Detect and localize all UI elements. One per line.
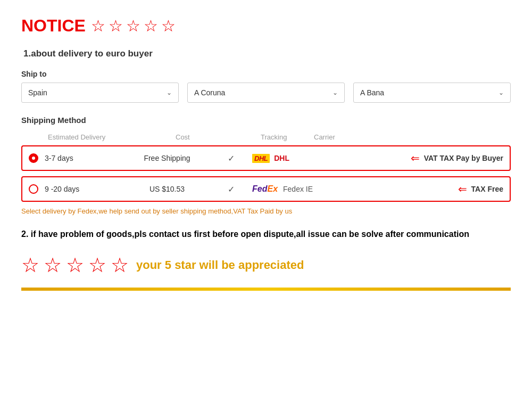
country-value: Spain — [28, 88, 47, 97]
fedex-logo: FedEx — [252, 184, 278, 194]
fedex-carrier-col: FedEx Fedex IE — [252, 184, 450, 194]
city-value: A Coruna — [194, 88, 225, 97]
dhl-vat-wrapper: ⇐ VAT TAX Pay by Buyer — [411, 152, 503, 165]
star-4-icon: ☆ — [144, 17, 158, 35]
country-chevron-icon: ⌄ — [167, 89, 172, 96]
footer-stars-row: ☆ ☆ ☆ ☆ ☆ your 5 star will be appreciate… — [21, 253, 511, 277]
footer-star-text: your 5 star will be appreciated — [136, 258, 304, 272]
footer-stars: ☆ ☆ ☆ ☆ ☆ — [21, 253, 129, 277]
radio-col-dhl — [29, 153, 45, 163]
problem-note: 2. if have problem of goods,pls contact … — [21, 228, 511, 241]
ship-to-label: Ship to — [21, 70, 511, 78]
fedex-vat-wrapper: ⇐ TAX Free — [458, 183, 503, 195]
dhl-checkmark-icon: ✓ — [228, 154, 235, 163]
footer-star-4-icon: ☆ — [88, 253, 106, 277]
col-cost: Cost — [176, 133, 261, 141]
star-5-icon: ☆ — [161, 17, 176, 35]
fedex-cost: US $10.53 — [124, 185, 210, 193]
fedex-note: Select delivery by Fedex,we help send ou… — [21, 207, 511, 215]
fedex-arrow-icon: ⇐ — [458, 183, 467, 195]
footer-star-1-icon: ☆ — [21, 253, 39, 277]
notice-header: NOTICE ☆ ☆ ☆ ☆ ☆ — [21, 16, 511, 36]
footer-star-2-icon: ☆ — [44, 253, 62, 277]
city-chevron-icon: ⌄ — [332, 89, 338, 96]
shipping-option-dhl[interactable]: 3-7 days Free Shipping ✓ DHL DHL ⇐ VAT T… — [21, 145, 511, 171]
district-dropdown[interactable]: A Bana ⌄ — [353, 83, 511, 103]
fedex-days: 9 -20 days — [45, 185, 124, 193]
fedex-tracking: ✓ — [210, 184, 252, 194]
fedex-ie-label: Fedex IE — [283, 185, 313, 193]
city-dropdown[interactable]: A Coruna ⌄ — [187, 83, 345, 103]
dhl-tracking: ✓ — [210, 153, 252, 163]
dhl-logo: DHL — [252, 154, 270, 163]
col-tracking: Tracking — [261, 133, 314, 141]
shipping-method-label: Shipping Method — [21, 116, 511, 125]
bottom-bar — [21, 288, 511, 291]
radio-btn-fedex[interactable] — [29, 184, 38, 194]
radio-btn-dhl[interactable] — [29, 153, 38, 163]
star-1-icon: ☆ — [91, 17, 105, 35]
footer-star-3-icon: ☆ — [66, 253, 84, 277]
dhl-days: 3-7 days — [45, 154, 124, 162]
radio-col-fedex — [29, 184, 45, 194]
dropdowns-row: Spain ⌄ A Coruna ⌄ A Bana ⌄ — [21, 83, 511, 103]
country-dropdown[interactable]: Spain ⌄ — [21, 83, 179, 103]
fedex-checkmark-icon: ✓ — [228, 185, 235, 194]
header-stars: ☆ ☆ ☆ ☆ ☆ — [91, 17, 176, 35]
star-3-icon: ☆ — [126, 17, 140, 35]
dhl-arrow-icon: ⇐ — [411, 152, 420, 165]
dhl-cost: Free Shipping — [124, 154, 210, 162]
footer-star-5-icon: ☆ — [111, 253, 129, 277]
district-value: A Bana — [360, 88, 384, 97]
section1-heading: 1.about delivery to euro buyer — [21, 48, 511, 59]
notice-title: NOTICE — [21, 16, 86, 36]
col-carrier: Carrier — [314, 133, 511, 141]
fedex-vat-label: TAX Free — [471, 185, 503, 193]
shipping-option-fedex[interactable]: 9 -20 days US $10.53 ✓ FedEx Fedex IE ⇐ … — [21, 176, 511, 202]
col-estimated-delivery: Estimated Delivery — [48, 133, 176, 141]
dhl-vat-label: VAT TAX Pay by Buyer — [424, 154, 503, 162]
star-2-icon: ☆ — [109, 17, 123, 35]
district-chevron-icon: ⌄ — [498, 89, 504, 96]
fedex-logo-text: FedEx — [252, 184, 278, 194]
table-header-row: Estimated Delivery Cost Tracking Carrier — [21, 131, 511, 145]
dhl-carrier-col: DHL DHL — [252, 154, 402, 163]
dhl-label: DHL — [274, 154, 289, 162]
